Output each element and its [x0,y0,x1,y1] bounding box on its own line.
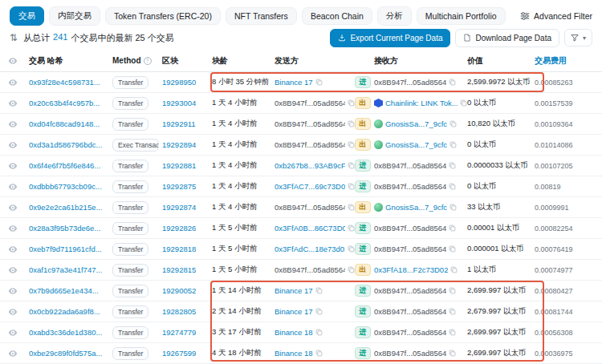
eye-icon[interactable] [8,328,29,338]
total-count-link[interactable]: 241 [53,32,67,44]
copy-icon[interactable] [460,99,467,107]
to-address-link[interactable]: 0x3FfA18...F2c73D02 [374,265,448,274]
tx-hash-link[interactable]: 0x7b9d665e1e434... [29,286,99,295]
copy-icon[interactable] [315,79,323,86]
method-badge[interactable]: Transfer [112,347,148,360]
method-badge[interactable]: Transfer [112,97,148,110]
to-address-link[interactable]: 0x8B947f...05ad8564 [374,78,446,87]
method-badge[interactable]: Transfer [112,222,148,235]
copy-icon[interactable] [449,204,457,211]
method-badge[interactable]: Exec Transact... [112,139,159,152]
block-link[interactable]: 19292894 [162,140,196,149]
to-address-link[interactable]: 0x8B947f...05ad8564 [374,349,446,358]
eye-icon[interactable] [8,56,29,66]
block-link[interactable]: 19292881 [162,161,196,170]
eye-icon[interactable] [8,182,29,192]
to-address-link[interactable]: 0x8B947f...05ad8564 [374,328,446,337]
copy-icon[interactable] [449,350,456,357]
copy-icon[interactable] [449,329,456,336]
tx-hash-link[interactable]: 0x9e2e2ca61b215e... [29,203,102,212]
tx-hash-link[interactable]: 0x28a3f95b73de6e... [29,224,100,233]
tx-hash-link[interactable]: 0xbe29c89f0fd575a... [29,349,102,358]
eye-icon[interactable] [8,307,29,317]
advanced-filter-button[interactable]: Advanced Filter [520,11,592,21]
sort-icon[interactable]: ⇅ [10,32,18,43]
method-badge[interactable]: Transfer [112,180,148,193]
eye-icon[interactable] [8,245,29,254]
from-address-link[interactable]: 0x8B947f...05ad8564 [275,119,345,128]
method-badge[interactable]: Transfer [112,76,148,89]
copy-icon[interactable] [348,266,355,273]
tx-hash-link[interactable]: 0x93f28e4c598731... [29,78,100,87]
method-badge[interactable]: Transfer [112,264,148,277]
from-address-link[interactable]: 0x3FfAdC...18e73d02 [275,245,345,253]
copy-icon[interactable] [348,99,355,107]
copy-icon[interactable] [348,204,355,211]
eye-icon[interactable] [8,78,29,87]
block-link[interactable]: 19292815 [162,265,196,274]
tx-hash-link[interactable]: 0x20c63b4f4c957b... [29,99,100,107]
tab-internal-transactions[interactable]: 内部交易 [49,6,100,26]
copy-icon[interactable] [450,266,458,273]
tab-analytics[interactable]: 分析 [377,6,412,26]
to-address-link[interactable]: GnosisSa...7_9cfc [385,140,447,149]
eye-icon[interactable] [8,203,29,212]
tab-beacon-chain[interactable]: Beacon Chain [302,7,372,25]
block-link[interactable]: 19292875 [162,182,196,191]
from-address-link[interactable]: Binance 17 [275,307,313,316]
copy-icon[interactable] [449,183,456,190]
copy-icon[interactable] [449,224,456,232]
tx-hash-link[interactable]: 0xabd3c36de1d380... [29,328,102,337]
copy-icon[interactable] [449,120,457,127]
to-address-link[interactable]: 0x8B947f...05ad8564 [374,161,446,170]
to-address-link[interactable]: Chainlink: LINK Tok... [385,99,458,107]
copy-icon[interactable] [449,287,456,294]
header-age[interactable]: 块龄 [212,55,275,67]
copy-icon[interactable] [449,79,456,86]
block-link[interactable]: 19293004 [162,99,196,107]
copy-icon[interactable] [315,287,323,294]
eye-icon[interactable] [8,119,29,129]
eye-icon[interactable] [8,161,29,171]
method-badge[interactable]: Transfer [112,160,148,172]
method-badge[interactable]: Transfer [112,285,148,297]
method-badge[interactable]: Transfer [112,243,148,256]
block-link[interactable]: 19292818 [162,245,196,253]
copy-icon[interactable] [449,162,456,169]
copy-icon[interactable] [449,245,456,253]
tab-transactions[interactable]: 交易 [10,6,44,26]
from-address-link[interactable]: Binance 18 [275,349,313,358]
copy-icon[interactable] [348,141,355,148]
copy-icon[interactable] [315,350,323,357]
copy-icon[interactable] [315,308,323,315]
from-address-link[interactable]: 0x3FfAC7...69c73D02 [275,182,345,191]
copy-icon[interactable] [348,245,355,253]
from-address-link[interactable]: 0xb267b8...93AB9cFC [275,161,345,170]
copy-icon[interactable] [348,183,355,190]
method-badge[interactable]: Transfer [112,201,148,214]
from-address-link[interactable]: Binance 17 [275,78,313,87]
eye-icon[interactable] [8,224,29,233]
method-badge[interactable]: Transfer [112,305,148,318]
tx-hash-link[interactable]: 0x6f4e6f7b5f6e846... [29,161,100,170]
from-address-link[interactable]: 0x8B947f...05ad8564 [275,203,345,212]
copy-icon[interactable] [348,162,355,169]
from-address-link[interactable]: 0x8B947f...05ad8564 [275,99,345,107]
tx-hash-link[interactable]: 0xd04fc88cad9148... [29,119,100,128]
block-link[interactable]: 19292826 [162,224,196,233]
from-address-link[interactable]: 0x8B947f...05ad8564 [275,265,345,274]
to-address-link[interactable]: 0x8B947f...05ad8564 [374,182,446,191]
copy-icon[interactable] [449,308,456,315]
tab-nft-transfers[interactable]: NFT Transfers [226,7,297,25]
to-address-link[interactable]: 0x8B947f...05ad8564 [374,307,446,316]
eye-icon[interactable] [8,286,29,296]
copy-icon[interactable] [315,329,323,336]
block-link[interactable]: 19274779 [162,328,196,337]
block-link[interactable]: 19292911 [162,119,196,128]
eye-icon[interactable] [8,349,29,358]
from-address-link[interactable]: 0x3FfA0B...86C73D02 [275,224,345,233]
tx-hash-link[interactable]: 0xeb7f9d711961cfd... [29,245,102,253]
filter-dropdown-button[interactable]: ▾ [564,29,592,47]
tab-multichain-portfolio[interactable]: Multichain Portfolio [417,7,506,25]
method-badge[interactable]: Transfer [112,118,148,131]
